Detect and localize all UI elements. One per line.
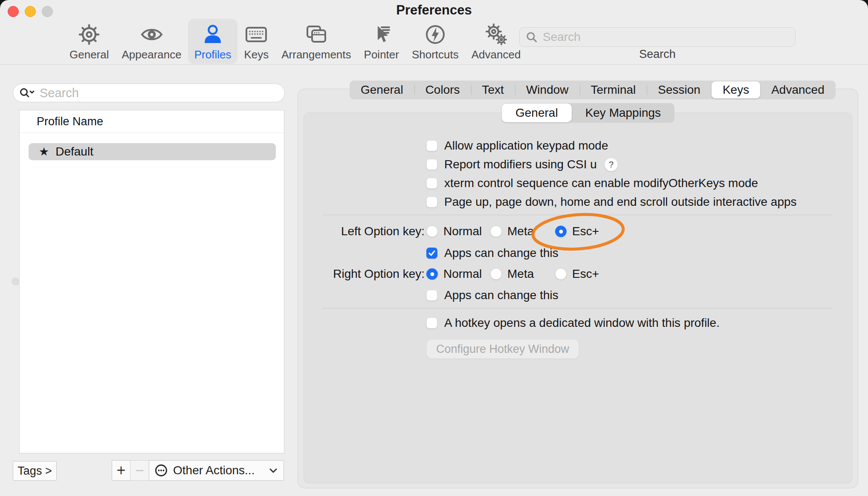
toolbar-item-shortcuts[interactable]: Shortcuts <box>405 19 465 64</box>
left-option-key-label: Left Option key: <box>256 225 425 238</box>
radio-right-meta[interactable] <box>490 268 502 280</box>
preferences-window: Preferences General Appearance <box>0 0 868 496</box>
toolbar-label: Appearance <box>122 48 182 61</box>
radio-right-esc[interactable] <box>555 268 567 280</box>
checkbox-row: Report modifiers using CSI u ? <box>426 158 618 171</box>
checkbox-label[interactable]: A hotkey opens a dedicated window with t… <box>444 316 720 330</box>
radio-label[interactable]: Esc+ <box>572 225 599 238</box>
tab-colors[interactable]: Colors <box>414 81 471 99</box>
checkbox-label[interactable]: Allow application keypad mode <box>444 139 608 153</box>
checkbox-right-apps-can-change[interactable] <box>426 290 437 301</box>
profile-list-header: Profile Name <box>37 110 103 133</box>
toolbar-item-profiles[interactable]: Profiles <box>188 19 238 64</box>
section-divider <box>322 308 833 309</box>
radio-left-normal[interactable] <box>426 226 438 237</box>
checkbox-hotkey-window[interactable] <box>426 317 437 329</box>
checkbox-label[interactable]: xterm control sequence can enable modify… <box>444 176 758 190</box>
tab-terminal[interactable]: Terminal <box>580 81 647 99</box>
tab-window[interactable]: Window <box>515 81 580 99</box>
checkbox-row: A hotkey opens a dedicated window with t… <box>426 316 720 330</box>
radio-label[interactable]: Normal <box>443 267 482 281</box>
configure-hotkey-window-button[interactable]: Configure Hotkey Window <box>426 339 579 359</box>
gears-icon <box>485 23 507 46</box>
toolbar-item-arrangements[interactable]: Arrangements <box>275 19 357 64</box>
subtab-key-mappings[interactable]: Key Mappings <box>572 103 674 123</box>
remove-profile-button[interactable]: − <box>130 460 149 481</box>
checkbox-left-apps-can-change[interactable] <box>426 248 437 259</box>
chevron-down-icon <box>269 468 278 473</box>
help-button[interactable]: ? <box>605 158 618 171</box>
checkbox-scroll-outside-apps[interactable] <box>426 196 437 208</box>
tab-advanced[interactable]: Advanced <box>760 81 836 99</box>
checkbox-csi-u[interactable] <box>426 159 437 170</box>
toolbar-label: Shortcuts <box>412 48 459 61</box>
eye-icon <box>141 23 163 46</box>
bolt-icon <box>424 23 446 46</box>
tab-text[interactable]: Text <box>471 81 515 99</box>
tab-session[interactable]: Session <box>647 81 712 99</box>
tab-general[interactable]: General <box>350 81 414 99</box>
star-icon: ★ <box>39 146 49 158</box>
window-title: Preferences <box>0 3 868 18</box>
radio-label[interactable]: Meta <box>507 267 534 281</box>
toolbar-search-field[interactable] <box>519 27 796 47</box>
toolbar-search-caption: Search <box>519 48 796 61</box>
right-option-key-label: Right Option key: <box>256 267 425 281</box>
section-divider <box>322 215 833 215</box>
checkbox-label[interactable]: Apps can change this <box>444 288 558 302</box>
checkbox-row: Apps can change this <box>426 288 558 302</box>
toolbar-item-pointer[interactable]: Pointer <box>358 19 405 64</box>
profile-search-input[interactable] <box>39 86 284 101</box>
checkbox-keypad-mode[interactable] <box>426 140 437 151</box>
toolbar-label: Advanced <box>472 48 521 61</box>
tags-button[interactable]: Tags > <box>13 461 57 481</box>
profile-search-field[interactable] <box>13 84 285 102</box>
search-icon <box>526 31 538 43</box>
checkbox-label[interactable]: Apps can change this <box>444 246 558 260</box>
profile-tab-bar: General Colors Text Window Terminal Sess… <box>350 81 836 99</box>
toolbar-item-advanced[interactable]: Advanced <box>465 19 527 64</box>
toolbar-item-keys[interactable]: Keys <box>237 19 275 64</box>
radio-label[interactable]: Normal <box>443 225 482 238</box>
checkmark-icon <box>427 248 437 258</box>
checkbox-row: xterm control sequence can enable modify… <box>426 176 758 190</box>
toolbar-label: Pointer <box>364 48 399 61</box>
checkbox-row: Page up, page down, home and end scroll … <box>426 195 797 209</box>
profile-row-default[interactable]: ★ Default <box>29 143 276 160</box>
toolbar-label: Arrangements <box>281 48 351 61</box>
header-divider <box>20 133 284 133</box>
radio-label[interactable]: Meta <box>507 225 534 238</box>
radio-right-normal[interactable] <box>426 268 438 280</box>
checkbox-label[interactable]: Report modifiers using CSI u <box>444 158 597 171</box>
other-actions-label: Other Actions... <box>173 464 255 477</box>
tab-keys[interactable]: Keys <box>712 81 760 98</box>
toolbar-item-appearance[interactable]: Appearance <box>116 19 188 64</box>
profile-list: Profile Name ★ Default <box>19 110 284 453</box>
splitter-handle-dot <box>12 277 20 285</box>
add-profile-button[interactable]: + <box>112 460 130 481</box>
toolbar-search-input[interactable] <box>542 30 795 44</box>
toolbar-label: General <box>69 48 109 61</box>
subtab-general[interactable]: General <box>502 104 572 122</box>
person-icon <box>202 23 224 46</box>
keys-subtab-bar: General Key Mappings <box>502 103 674 123</box>
gear-icon <box>78 23 100 46</box>
toolbar-item-general[interactable]: General <box>63 19 116 64</box>
checkbox-row: Apps can change this <box>426 246 558 260</box>
search-scope-icon <box>19 87 35 98</box>
radio-left-meta[interactable] <box>490 226 502 237</box>
cursor-icon <box>370 23 393 46</box>
checkbox-modify-other-keys[interactable] <box>426 178 437 189</box>
toolbar: General Appearance Profiles Keys <box>63 19 527 64</box>
ellipsis-circle-icon <box>154 464 168 477</box>
radio-left-esc[interactable] <box>555 226 567 237</box>
radio-label[interactable]: Esc+ <box>572 267 599 281</box>
checkbox-row: Allow application keypad mode <box>426 139 608 153</box>
toolbar-label: Keys <box>244 48 269 61</box>
windows-icon <box>305 23 327 46</box>
other-actions-dropdown[interactable]: Other Actions... <box>149 460 284 481</box>
toolbar-label: Profiles <box>194 48 231 61</box>
toolbar-divider <box>0 64 868 65</box>
checkbox-label[interactable]: Page up, page down, home and end scroll … <box>444 195 797 209</box>
keyboard-icon <box>245 23 267 46</box>
